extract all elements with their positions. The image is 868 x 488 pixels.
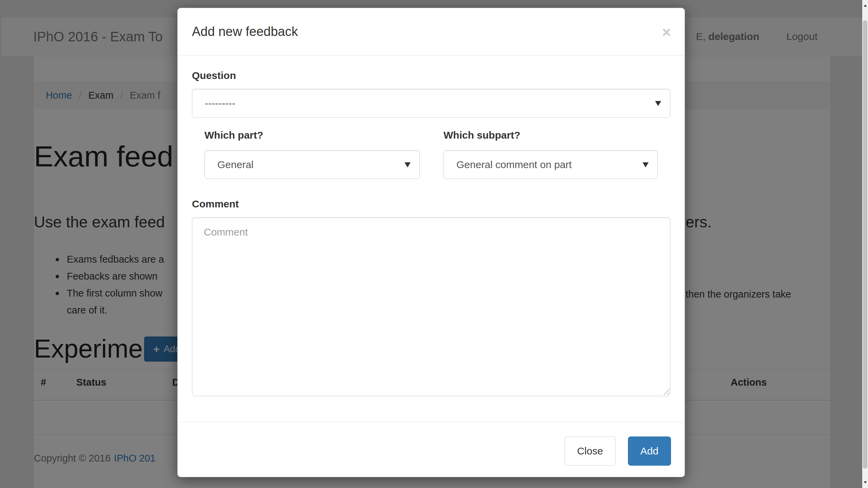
screen: IPhO 2016 - Exam To E, delegation Logout… [0,0,868,488]
part-row: Which part? General Which subpart? Gener… [192,129,670,179]
question-select-value: --------- [205,98,235,109]
scrollbar-up-arrow-icon[interactable] [862,0,868,12]
chevron-down-icon [655,101,661,106]
close-button[interactable]: Close [565,436,616,466]
scrollbar-thumb[interactable] [863,20,867,469]
modal-footer: Close Add [178,422,685,477]
subpart-label: Which subpart? [443,129,658,142]
question-label: Question [192,69,670,82]
subpart-select-value: General comment on part [456,159,572,170]
comment-label: Comment [192,198,670,210]
part-label: Which part? [204,129,420,142]
comment-group: Comment [192,198,670,396]
modal-title: Add new feedback [192,24,298,39]
scrollbar[interactable] [862,0,868,488]
question-select[interactable]: --------- [192,89,670,118]
comment-wrap [192,217,670,396]
comment-textarea[interactable] [192,217,670,396]
part-column: Which part? General [204,129,420,179]
close-icon[interactable]: × [662,24,671,40]
subpart-column: Which subpart? General comment on part [443,129,658,179]
part-select[interactable]: General [204,150,420,179]
part-select-value: General [217,159,254,170]
subpart-select[interactable]: General comment on part [443,150,658,179]
chevron-down-icon [405,162,411,167]
chevron-down-icon [643,162,649,167]
scrollbar-down-arrow-icon[interactable] [862,476,868,488]
add-button[interactable]: Add [628,436,671,466]
modal-body: Question --------- Which part? General W… [178,56,685,422]
add-feedback-modal: Add new feedback × Question --------- Wh… [177,8,685,477]
modal-header: Add new feedback × [178,8,685,56]
